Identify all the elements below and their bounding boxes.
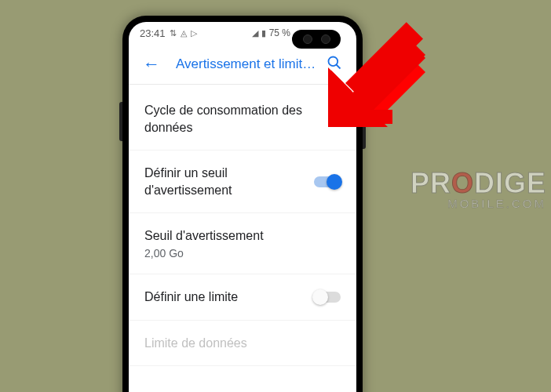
screen: 23:41 ⇅ ◬ ▷ ◢ ▮ 75 % ← Avertissement et … <box>129 22 356 392</box>
svg-point-0 <box>329 56 338 66</box>
app-bar: ← Avertissement et limite pour l… <box>129 44 356 85</box>
watermark-text: PR <box>411 167 451 199</box>
toggle-switch[interactable] <box>314 292 341 303</box>
setting-data-limit: Limite de données <box>129 321 356 367</box>
signal-icon: ◢ <box>252 28 258 38</box>
setting-warning-threshold[interactable]: Seuil d'avertissement 2,00 Go <box>129 213 356 274</box>
play-icon: ▷ <box>191 28 197 38</box>
battery-icon: ▮ <box>261 28 266 38</box>
camera-notch <box>292 30 341 49</box>
phone-side-button <box>363 118 366 149</box>
svg-line-1 <box>337 64 341 68</box>
setting-title: Seuil d'avertissement <box>144 227 330 245</box>
page-title: Avertissement et limite pour l… <box>176 56 322 72</box>
watermark: PRODIGE MOBILE.COM <box>411 167 546 210</box>
phone-side-button <box>119 102 122 141</box>
watermark-text: O <box>451 167 474 199</box>
toggle-switch[interactable] <box>314 176 341 187</box>
setting-title: Cycle de consommation des données <box>144 102 330 136</box>
watermark-text: DIGE <box>474 167 546 199</box>
setting-subtitle: 2,00 Go <box>144 247 330 260</box>
battery-percent: 75 % <box>269 27 290 38</box>
status-time: 23:41 <box>140 27 166 39</box>
setting-title: Limite de données <box>144 335 330 352</box>
status-icon: ⇅ <box>170 28 177 38</box>
status-icon: ◬ <box>181 28 187 38</box>
svg-rect-5 <box>352 37 421 105</box>
setting-limit-toggle[interactable]: Définir une limite <box>129 274 356 321</box>
setting-title: Définir un seuil d'avertissement <box>144 165 303 198</box>
back-button[interactable]: ← <box>138 49 165 79</box>
settings-list: Cycle de consommation des données Défini… <box>129 85 356 369</box>
setting-title: Définir une limite <box>144 289 303 306</box>
search-icon[interactable] <box>322 50 347 78</box>
phone-frame: 23:41 ⇅ ◬ ▷ ◢ ▮ 75 % ← Avertissement et … <box>122 16 363 392</box>
setting-warning-toggle[interactable]: Définir un seuil d'avertissement <box>129 151 356 213</box>
setting-data-cycle[interactable]: Cycle de consommation des données <box>129 88 356 151</box>
